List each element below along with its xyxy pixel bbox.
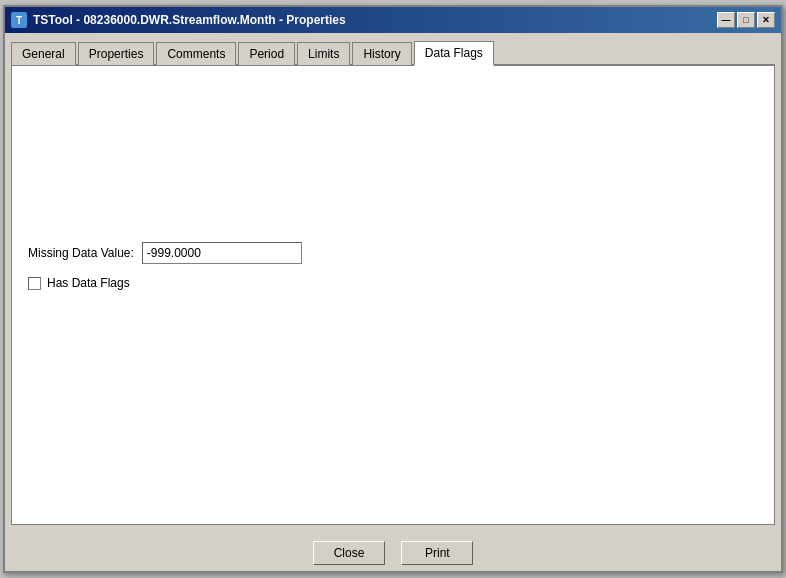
tab-bar: General Properties Comments Period Limit… [11, 39, 775, 66]
title-bar-left: T TSTool - 08236000.DWR.Streamflow.Month… [11, 12, 346, 28]
bottom-bar: Close Print [5, 531, 781, 571]
print-button[interactable]: Print [401, 541, 473, 565]
has-data-flags-row: Has Data Flags [28, 276, 758, 290]
has-data-flags-label: Has Data Flags [47, 276, 130, 290]
missing-data-input[interactable] [142, 242, 302, 264]
tab-content-area: Missing Data Value: Has Data Flags [11, 66, 775, 525]
app-icon: T [11, 12, 27, 28]
maximize-button[interactable]: □ [737, 12, 755, 28]
title-bar: T TSTool - 08236000.DWR.Streamflow.Month… [5, 7, 781, 33]
title-buttons: — □ ✕ [717, 12, 775, 28]
tab-data-flags[interactable]: Data Flags [414, 41, 494, 66]
window-title: TSTool - 08236000.DWR.Streamflow.Month -… [33, 13, 346, 27]
tab-period[interactable]: Period [238, 42, 295, 65]
tab-properties[interactable]: Properties [78, 42, 155, 65]
close-window-button[interactable]: ✕ [757, 12, 775, 28]
missing-data-value-row: Missing Data Value: [28, 242, 758, 264]
data-flags-content: Missing Data Value: Has Data Flags [28, 82, 758, 508]
main-window: T TSTool - 08236000.DWR.Streamflow.Month… [3, 5, 783, 573]
tab-comments[interactable]: Comments [156, 42, 236, 65]
close-button[interactable]: Close [313, 541, 386, 565]
missing-data-label: Missing Data Value: [28, 246, 134, 260]
tab-history[interactable]: History [352, 42, 411, 65]
tab-limits[interactable]: Limits [297, 42, 350, 65]
minimize-button[interactable]: — [717, 12, 735, 28]
has-data-flags-checkbox[interactable] [28, 277, 41, 290]
app-icon-label: T [16, 15, 22, 26]
tab-general[interactable]: General [11, 42, 76, 65]
window-content: General Properties Comments Period Limit… [5, 33, 781, 531]
